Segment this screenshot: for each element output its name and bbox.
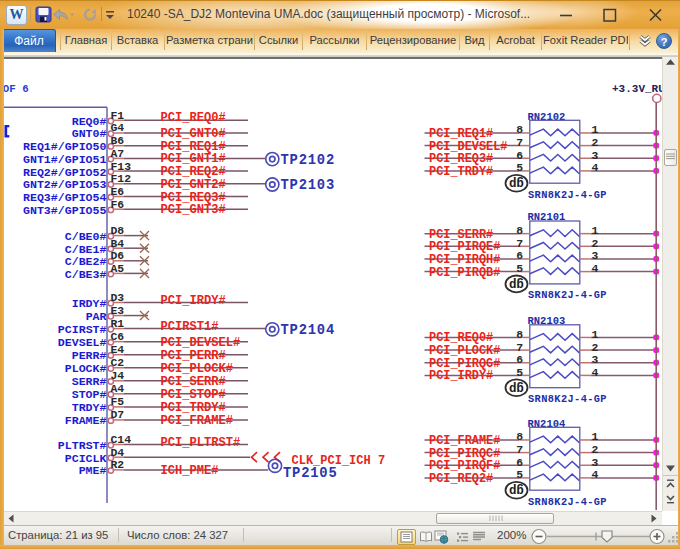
svg-text:1: 1 <box>592 225 599 237</box>
svg-text:REQ1#/GPIO50: REQ1#/GPIO50 <box>23 140 107 153</box>
svg-text:6: 6 <box>516 150 523 162</box>
svg-text:PCI_TRDY#: PCI_TRDY# <box>161 401 226 415</box>
svg-text:SRN8K2J-4-GP: SRN8K2J-4-GP <box>528 393 607 405</box>
svg-text:4: 4 <box>592 367 599 379</box>
svg-text:1: 1 <box>592 124 599 136</box>
svg-text:PCIRST1#: PCIRST1# <box>161 320 219 334</box>
svg-text:TP2104: TP2104 <box>281 323 335 338</box>
svg-text:PCI_FRAME#: PCI_FRAME# <box>161 414 234 428</box>
svg-text:DEVSEL#: DEVSEL# <box>58 336 107 349</box>
svg-text:ICH_PME#: ICH_PME# <box>161 464 219 478</box>
svg-text:8: 8 <box>516 329 523 341</box>
svg-text:PCI_DEVSEL#: PCI_DEVSEL# <box>161 336 241 350</box>
svg-text:PCICLK: PCICLK <box>65 452 107 465</box>
svg-text:4: 4 <box>592 162 599 174</box>
svg-text:PLOCK#: PLOCK# <box>65 362 107 375</box>
svg-text:7: 7 <box>516 238 523 250</box>
svg-text:SRN8K2J-4-GP: SRN8K2J-4-GP <box>528 289 607 301</box>
svg-text:PERR#: PERR# <box>72 349 107 362</box>
svg-text:6: 6 <box>516 457 523 469</box>
svg-text:PCI_PLTRST#: PCI_PLTRST# <box>161 436 241 450</box>
svg-text:SRN8K2J-4-GP: SRN8K2J-4-GP <box>528 189 607 201</box>
svg-text:PCI_STOP#: PCI_STOP# <box>161 388 226 402</box>
svg-text:gp: gp <box>509 483 524 497</box>
svg-text:REQ2#/GPIO52: REQ2#/GPIO52 <box>23 166 107 179</box>
svg-text:5: 5 <box>516 469 523 481</box>
svg-text:7: 7 <box>516 444 523 456</box>
svg-text:PAR: PAR <box>86 310 107 323</box>
svg-text:4: 4 <box>592 469 599 481</box>
svg-text:GNT1#/GPIO51: GNT1#/GPIO51 <box>23 153 107 166</box>
svg-text:6: 6 <box>516 250 523 262</box>
svg-text:OF 6: OF 6 <box>3 83 29 95</box>
svg-text:8: 8 <box>516 431 523 443</box>
svg-text:gp: gp <box>509 277 524 291</box>
svg-text:PCIRST#: PCIRST# <box>58 323 107 336</box>
svg-text:7: 7 <box>516 342 523 354</box>
svg-text:PME#: PME# <box>79 464 107 477</box>
svg-text:3: 3 <box>592 354 599 366</box>
svg-text:PCI_GNT3#: PCI_GNT3# <box>161 203 226 217</box>
svg-text:1: 1 <box>592 431 599 443</box>
svg-text:GNT0#: GNT0# <box>72 127 107 140</box>
svg-text:GNT2#/GPIO53: GNT2#/GPIO53 <box>23 178 107 191</box>
svg-text:GNT3#/GPIO55: GNT3#/GPIO55 <box>23 204 107 217</box>
svg-text:SERR#: SERR# <box>72 375 107 388</box>
svg-text:REQ3#/GPIO54: REQ3#/GPIO54 <box>23 191 107 204</box>
svg-text:3: 3 <box>592 150 599 162</box>
svg-text:PCI_SERR#: PCI_SERR# <box>161 375 226 389</box>
svg-text:3: 3 <box>592 250 599 262</box>
svg-text:1: 1 <box>592 329 599 341</box>
svg-text:gp: gp <box>509 381 524 395</box>
svg-text:5: 5 <box>516 162 523 174</box>
svg-text:8: 8 <box>516 225 523 237</box>
svg-text:SRN8K2J-4-GP: SRN8K2J-4-GP <box>528 496 607 508</box>
svg-text:C/BE0#: C/BE0# <box>65 230 107 243</box>
svg-text:PCI_PLOCK#: PCI_PLOCK# <box>161 362 234 376</box>
svg-text:PCI_IRDY#: PCI_IRDY# <box>429 369 493 383</box>
svg-text:2: 2 <box>592 137 599 149</box>
svg-text:7: 7 <box>516 137 523 149</box>
svg-text:REQ0#: REQ0# <box>72 115 107 128</box>
svg-text:2: 2 <box>592 342 599 354</box>
svg-text:TP2103: TP2103 <box>281 178 335 193</box>
svg-text:2: 2 <box>592 444 599 456</box>
svg-text:TP2102: TP2102 <box>281 153 335 168</box>
svg-text:C/BE2#: C/BE2# <box>65 255 107 268</box>
svg-text:2: 2 <box>592 238 599 250</box>
svg-text:PLTRST#: PLTRST# <box>58 439 107 452</box>
svg-text:C/BE1#: C/BE1# <box>65 243 107 256</box>
svg-text:8: 8 <box>516 124 523 136</box>
svg-text:STOP#: STOP# <box>72 388 107 401</box>
svg-text:6: 6 <box>516 354 523 366</box>
svg-text:5: 5 <box>516 367 523 379</box>
svg-text:PCI_REQ2#: PCI_REQ2# <box>429 472 493 486</box>
svg-text:TP2105: TP2105 <box>283 466 337 481</box>
svg-text:PCI_PIRQB#: PCI_PIRQB# <box>429 266 500 280</box>
svg-text:C/BE3#: C/BE3# <box>65 268 107 281</box>
svg-text:5: 5 <box>516 263 523 275</box>
svg-text:FRAME#: FRAME# <box>65 414 107 427</box>
svg-text:PCI_REQ0#: PCI_REQ0# <box>161 111 226 125</box>
svg-text:IRDY#: IRDY# <box>72 297 107 310</box>
svg-text:4: 4 <box>592 263 599 275</box>
svg-text:3: 3 <box>592 457 599 469</box>
svg-text:PCI_IRDY#: PCI_IRDY# <box>161 294 226 308</box>
svg-text:PCI_PERR#: PCI_PERR# <box>161 349 226 363</box>
svg-text:PCI_TRDY#: PCI_TRDY# <box>429 165 493 179</box>
svg-text:TRDY#: TRDY# <box>72 401 107 414</box>
svg-text:gp: gp <box>509 176 524 190</box>
